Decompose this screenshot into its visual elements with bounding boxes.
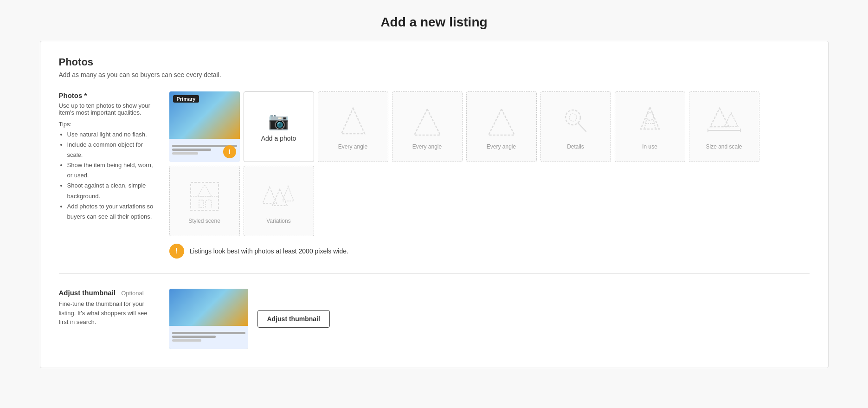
svg-line-8: [644, 120, 646, 129]
photos-right: Primary ! 📷 Add a photo Every angle: [169, 91, 810, 259]
thumb-line-2: [172, 336, 216, 338]
photos-section-desc: Add as many as you can so buyers can see…: [59, 71, 810, 78]
every-angle-slot-2[interactable]: Every angle: [392, 91, 463, 162]
photo-row-1: Primary ! 📷 Add a photo Every angle: [169, 91, 810, 162]
photos-layout: Photos * Use up to ten photos to show yo…: [59, 91, 810, 259]
svg-rect-19: [199, 200, 204, 207]
thumbnail-preview: [169, 289, 248, 349]
in-use-slot[interactable]: In use: [615, 91, 685, 162]
tip-2: Include a common object for scale.: [67, 140, 156, 160]
section-divider: [59, 273, 810, 274]
img-line-3: [172, 152, 198, 155]
size-scale-label: Size and scale: [706, 143, 742, 150]
camera-icon: 📷: [268, 111, 289, 131]
page-title: Add a new listing: [0, 0, 868, 41]
variations-slot[interactable]: Variations: [244, 166, 314, 236]
primary-badge: Primary: [173, 95, 199, 103]
warning-notice: ! Listings look best with photos at leas…: [169, 244, 810, 259]
img-line-2: [172, 149, 211, 151]
cone-icon-1: [334, 104, 372, 141]
photos-field-sublabel: Use up to ten photos to show your item's…: [59, 102, 156, 116]
svg-marker-6: [641, 107, 659, 129]
size-scale-icon: [706, 104, 743, 141]
svg-marker-0: [341, 108, 365, 134]
adjust-info: Adjust thumbnail Optional Fine-tune the …: [59, 289, 156, 327]
triangle-icon-1: [409, 104, 446, 141]
variations-icon: [260, 178, 297, 215]
main-card: Photos Add as many as you can so buyers …: [40, 41, 829, 368]
primary-photo-slot[interactable]: Primary !: [169, 91, 240, 162]
svg-marker-18: [198, 185, 212, 196]
tips-label: Tips:: [59, 121, 156, 128]
photo-row-2: Styled scene Variations: [169, 166, 810, 236]
tips-list: Use natural light and no flash. Include …: [59, 130, 156, 222]
svg-point-7: [646, 113, 654, 120]
in-use-label: In use: [642, 143, 657, 150]
adjust-desc: Fine-tune the thumbnail for your listing…: [59, 299, 156, 327]
add-photo-label: Add a photo: [261, 135, 296, 142]
svg-marker-12: [724, 113, 738, 127]
every-angle-slot-3[interactable]: Every angle: [466, 91, 537, 162]
in-use-icon: [631, 104, 669, 141]
svg-line-9: [654, 120, 656, 129]
add-photo-slot[interactable]: 📷 Add a photo: [244, 91, 314, 162]
optional-label: Optional: [121, 290, 143, 297]
photos-info: Photos * Use up to ten photos to show yo…: [59, 91, 156, 222]
adjust-thumbnail-button[interactable]: Adjust thumbnail: [257, 310, 330, 328]
adjust-right: Adjust thumbnail: [169, 289, 810, 349]
variations-label: Variations: [266, 218, 290, 224]
styled-scene-label: Styled scene: [188, 218, 220, 224]
every-angle-label-2: Every angle: [412, 143, 442, 150]
thumb-line-3: [172, 339, 201, 342]
every-angle-label-1: Every angle: [338, 143, 367, 150]
styled-scene-slot[interactable]: Styled scene: [169, 166, 240, 236]
details-slot[interactable]: Details: [540, 91, 611, 162]
svg-marker-11: [710, 108, 729, 127]
svg-marker-1: [414, 109, 440, 135]
every-angle-slot-1[interactable]: Every angle: [318, 91, 388, 162]
adjust-label: Adjust thumbnail Optional: [59, 289, 156, 297]
details-icon: [557, 104, 594, 141]
warning-text: Listings look best with photos at least …: [190, 247, 348, 255]
svg-point-5: [569, 114, 577, 121]
tip-3: Show the item being held, worn, or used.: [67, 160, 156, 181]
thumbnail-img-top: [169, 289, 248, 326]
thumbnail-img-bottom: [169, 326, 248, 349]
svg-marker-20: [263, 187, 276, 203]
svg-marker-2: [489, 109, 514, 135]
thumb-line-1: [172, 332, 245, 334]
details-label: Details: [567, 143, 584, 150]
every-angle-label-3: Every angle: [487, 143, 516, 150]
adjust-thumbnail-layout: Adjust thumbnail Optional Fine-tune the …: [59, 289, 810, 349]
tip-5: Add photos to your variations so buyers …: [67, 201, 156, 222]
photos-section-title: Photos: [59, 56, 810, 68]
thumbnail-img: [169, 289, 248, 349]
tip-4: Shoot against a clean, simple background…: [67, 181, 156, 201]
styled-scene-icon: [186, 178, 223, 215]
photos-field-label: Photos *: [59, 91, 156, 99]
svg-line-4: [578, 123, 586, 131]
warning-circle-icon: !: [169, 244, 184, 259]
tip-1: Use natural light and no flash.: [67, 130, 156, 140]
primary-warning-icon: !: [223, 145, 236, 158]
triangle-icon-2: [483, 104, 520, 141]
size-scale-slot[interactable]: Size and scale: [689, 91, 759, 162]
